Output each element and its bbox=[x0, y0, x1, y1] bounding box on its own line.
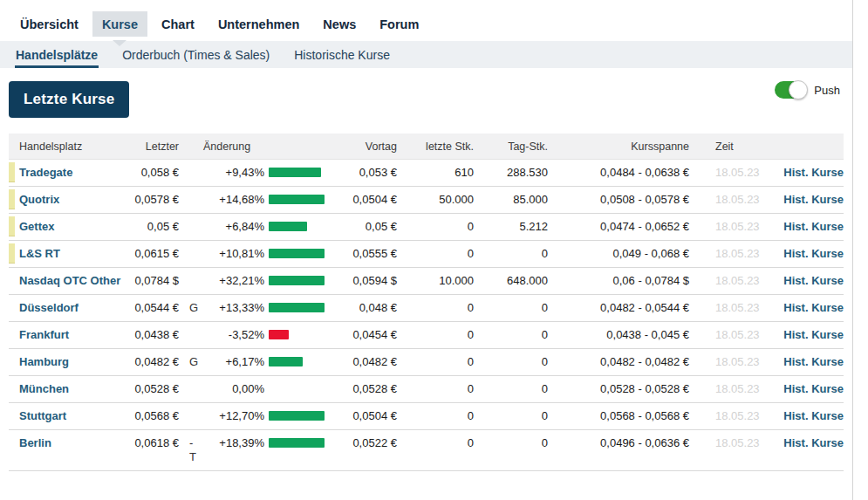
change-bar bbox=[269, 303, 325, 312]
last-volume: 610 bbox=[397, 160, 474, 186]
change-percent: +12,70% bbox=[203, 403, 264, 429]
previous-close: 0,0482 € bbox=[332, 349, 397, 375]
subnav-item-handelsplaetze[interactable]: Handelsplätze bbox=[15, 41, 99, 68]
venue-marker-icon bbox=[9, 189, 15, 209]
day-volume: 5.212 bbox=[474, 214, 548, 240]
change-bar-cell bbox=[264, 187, 332, 210]
table-row: Frankfurt 0,0438 € -3,52% 0,0454 € 0 0 0… bbox=[9, 322, 844, 349]
previous-close: 0,0555 € bbox=[332, 241, 397, 267]
price-suffix bbox=[179, 268, 203, 280]
previous-close: 0,0594 $ bbox=[332, 268, 397, 294]
nav-item-news[interactable]: News bbox=[313, 11, 366, 37]
venue-link[interactable]: Nasdaq OTC Other bbox=[9, 268, 131, 294]
last-volume: 0 bbox=[397, 241, 474, 267]
day-volume: 0 bbox=[474, 241, 548, 267]
venue-link[interactable]: München bbox=[9, 376, 131, 402]
quote-date: 18.05.23 bbox=[689, 295, 775, 321]
hist-kurse-link[interactable]: Hist. Kurse bbox=[775, 241, 844, 267]
price-range: 0,049 - 0,068 € bbox=[548, 241, 689, 267]
change-percent: -3,52% bbox=[203, 322, 264, 348]
price-range: 0,0438 - 0,045 € bbox=[548, 322, 689, 348]
nav-item-uebersicht[interactable]: Übersicht bbox=[10, 11, 88, 37]
last-volume: 0 bbox=[397, 376, 474, 402]
quotes-table: Handelsplatz Letzter Änderung Vortag let… bbox=[9, 134, 844, 471]
page-edge-divider bbox=[852, 0, 853, 500]
change-bar bbox=[269, 411, 325, 421]
subnav-item-orderbuch[interactable]: Orderbuch (Times & Sales) bbox=[121, 41, 270, 68]
price-suffix bbox=[179, 214, 203, 226]
last-volume: 0 bbox=[397, 295, 474, 321]
header-actions bbox=[775, 134, 844, 145]
venue-link[interactable]: Quotrix bbox=[9, 187, 131, 213]
last-price: 0,0568 € bbox=[131, 403, 179, 429]
price-range: 0,0496 - 0,0636 € bbox=[548, 430, 689, 456]
quote-date: 18.05.23 bbox=[689, 322, 775, 348]
hist-kurse-link[interactable]: Hist. Kurse bbox=[775, 295, 844, 321]
day-volume: 0 bbox=[474, 349, 548, 375]
venue-link[interactable]: L&S RT bbox=[9, 241, 131, 267]
hist-kurse-link[interactable]: Hist. Kurse bbox=[775, 376, 844, 402]
venue-link[interactable]: Gettex bbox=[9, 214, 131, 240]
venue-link[interactable]: Tradegate bbox=[9, 160, 131, 186]
nav-item-kurse[interactable]: Kurse bbox=[92, 11, 147, 37]
hist-kurse-link[interactable]: Hist. Kurse bbox=[775, 214, 844, 240]
nav-item-unternehmen[interactable]: Unternehmen bbox=[208, 11, 309, 37]
page-title: Letzte Kurse bbox=[9, 81, 129, 118]
header-aenderung: Änderung bbox=[179, 134, 332, 159]
hist-kurse-link[interactable]: Hist. Kurse bbox=[775, 403, 844, 429]
last-price: 0,0544 € bbox=[131, 295, 179, 321]
price-range: 0,0528 - 0,0528 € bbox=[548, 376, 689, 402]
venue-link[interactable]: Stuttgart bbox=[9, 403, 131, 429]
price-suffix bbox=[179, 160, 203, 172]
change-percent: +14,68% bbox=[203, 187, 264, 213]
change-bar-cell bbox=[264, 349, 332, 373]
venue-link[interactable]: Frankfurt bbox=[9, 322, 131, 348]
table-row: Düsseldorf 0,0544 € G +13,33% 0,048 € 0 … bbox=[9, 295, 844, 322]
previous-close: 0,0504 € bbox=[332, 403, 397, 429]
hist-kurse-link[interactable]: Hist. Kurse bbox=[775, 187, 844, 213]
push-toggle-knob[interactable] bbox=[789, 80, 808, 99]
hist-kurse-link[interactable]: Hist. Kurse bbox=[775, 349, 844, 375]
change-percent: +13,33% bbox=[203, 295, 264, 321]
price-suffix: G bbox=[179, 349, 203, 375]
price-suffix: - T bbox=[179, 430, 203, 470]
price-range: 0,0508 - 0,0578 € bbox=[548, 187, 689, 213]
day-volume: 0 bbox=[474, 430, 548, 456]
sub-nav: Handelsplätze Orderbuch (Times & Sales) … bbox=[0, 41, 852, 68]
previous-close: 0,0454 € bbox=[332, 322, 397, 348]
hist-kurse-link[interactable]: Hist. Kurse bbox=[775, 268, 844, 294]
change-bar-cell bbox=[264, 160, 332, 183]
table-row: Quotrix 0,0578 € +14,68% 0,0504 € 50.000… bbox=[9, 187, 844, 214]
hist-kurse-link[interactable]: Hist. Kurse bbox=[775, 322, 844, 348]
last-volume: 0 bbox=[397, 322, 474, 348]
change-bar-cell bbox=[264, 430, 332, 454]
hist-kurse-link[interactable]: Hist. Kurse bbox=[775, 430, 844, 456]
push-toggle[interactable] bbox=[775, 81, 807, 99]
change-bar-cell bbox=[264, 403, 332, 427]
change-percent: +18,39% bbox=[203, 430, 264, 456]
quote-date: 18.05.23 bbox=[689, 430, 775, 456]
hist-kurse-link[interactable]: Hist. Kurse bbox=[775, 160, 844, 186]
previous-close: 0,048 € bbox=[332, 295, 397, 321]
price-suffix bbox=[179, 403, 203, 415]
subnav-item-historische-kurse[interactable]: Historische Kurse bbox=[293, 41, 391, 68]
previous-close: 0,0528 € bbox=[332, 376, 397, 402]
change-bar bbox=[269, 195, 325, 204]
table-row: Hamburg 0,0482 € G +6,17% 0,0482 € 0 0 0… bbox=[9, 349, 844, 376]
change-bar bbox=[269, 438, 325, 448]
last-volume: 0 bbox=[397, 430, 474, 456]
venue-link[interactable]: Berlin bbox=[9, 430, 131, 456]
nav-item-chart[interactable]: Chart bbox=[152, 11, 204, 37]
table-row: München 0,0528 € 0,00% 0,0528 € 0 0 0,05… bbox=[9, 376, 844, 403]
change-bar-cell bbox=[264, 268, 332, 291]
nav-item-forum[interactable]: Forum bbox=[370, 11, 428, 37]
push-label: Push bbox=[814, 84, 840, 97]
day-volume: 288.530 bbox=[474, 160, 548, 186]
quote-date: 18.05.23 bbox=[689, 403, 775, 429]
last-price: 0,0482 € bbox=[131, 349, 179, 375]
change-bar-cell bbox=[264, 322, 332, 346]
venue-link[interactable]: Düsseldorf bbox=[9, 295, 131, 321]
change-bar-cell bbox=[264, 376, 332, 388]
venue-link[interactable]: Hamburg bbox=[9, 349, 131, 375]
price-range: 0,0568 - 0,0568 € bbox=[548, 403, 689, 429]
